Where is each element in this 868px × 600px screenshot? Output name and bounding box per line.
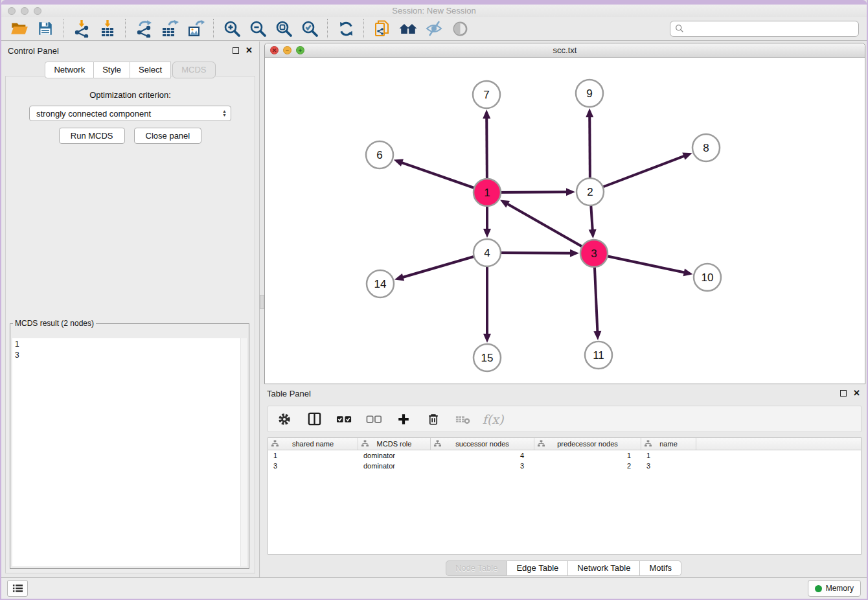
table-cell[interactable]: 1: [641, 450, 696, 461]
birdseye-view-icon[interactable]: [450, 19, 470, 38]
tab-mcds[interactable]: MCDS: [172, 62, 215, 78]
tab-motifs[interactable]: Motifs: [640, 560, 681, 576]
tab-node-table[interactable]: Node Table: [446, 560, 508, 576]
graph-node-4[interactable]: 4: [474, 239, 501, 266]
table-settings-icon[interactable]: [276, 411, 293, 428]
tab-network[interactable]: Network: [45, 62, 94, 78]
export-network-icon[interactable]: [134, 19, 154, 38]
table-cell[interactable]: 3: [641, 461, 696, 471]
network-close-icon[interactable]: ✕: [270, 46, 279, 54]
close-panel-button[interactable]: Close panel: [134, 128, 202, 144]
network-minimize-icon[interactable]: −: [283, 46, 291, 54]
column-header-shared-name[interactable]: shared name: [268, 438, 358, 450]
table-cell[interactable]: 3: [431, 461, 534, 471]
traffic-light-close[interactable]: [8, 7, 16, 15]
vertical-splitter-handle[interactable]: [260, 295, 264, 309]
column-header-MCDS-role[interactable]: MCDS role: [358, 438, 431, 450]
close-table-panel-icon[interactable]: ✕: [853, 390, 860, 397]
table-header-row: shared nameMCDS rolesuccessor nodesprede…: [268, 438, 861, 450]
table-cell[interactable]: 1: [268, 450, 358, 461]
graph-node-15[interactable]: 15: [474, 344, 501, 371]
memory-button[interactable]: Memory: [808, 580, 861, 597]
table-cell[interactable]: dominator: [358, 450, 431, 461]
mcds-result-group: MCDS result (2 nodes) 1 3: [10, 319, 249, 569]
tab-network-table[interactable]: Network Table: [568, 560, 640, 576]
tab-style[interactable]: Style: [94, 62, 130, 78]
float-panel-icon[interactable]: [233, 47, 239, 54]
select-all-checkboxes-icon[interactable]: [336, 411, 352, 428]
mcds-result-title: MCDS result (2 nodes): [13, 319, 96, 328]
network-maximize-icon[interactable]: +: [296, 46, 304, 54]
zoom-in-icon[interactable]: [222, 19, 242, 38]
toolbar-separator: [63, 19, 64, 38]
mcds-result-values: 1 3: [15, 339, 244, 361]
network-window-titlebar[interactable]: ✕ − + scc.txt: [265, 43, 865, 58]
graph-node-7[interactable]: 7: [473, 81, 500, 108]
table-cell[interactable]: 2: [534, 461, 641, 471]
tab-edge-table[interactable]: Edge Table: [507, 560, 568, 576]
home-layout-icon[interactable]: [398, 19, 418, 38]
table-row[interactable]: 3dominator323: [268, 461, 861, 471]
tab-select[interactable]: Select: [130, 62, 171, 78]
svg-text:10: 10: [702, 271, 714, 284]
mcds-result-textarea[interactable]: 1 3: [12, 338, 247, 566]
import-network-icon[interactable]: [72, 19, 91, 38]
delete-column-icon[interactable]: [455, 411, 472, 428]
graph-edge-3-1[interactable]: [507, 203, 594, 253]
traffic-light-zoom[interactable]: [34, 7, 41, 15]
table-cell[interactable]: 4: [431, 450, 534, 461]
column-header-predecessor-nodes[interactable]: predecessor nodes: [534, 438, 641, 450]
delete-rows-icon[interactable]: [425, 411, 442, 428]
network-graph[interactable]: 7968124314101511: [265, 57, 865, 384]
zoom-fit-icon[interactable]: [274, 19, 293, 38]
zoom-out-icon[interactable]: [248, 19, 268, 38]
graph-edge-2-8[interactable]: [590, 156, 685, 192]
save-session-icon[interactable]: [36, 19, 55, 38]
traffic-light-minimize[interactable]: [21, 7, 29, 15]
table-row[interactable]: 1dominator411: [268, 450, 861, 461]
split-columns-icon[interactable]: [306, 411, 323, 428]
column-header-name[interactable]: name: [641, 438, 696, 450]
duplicate-network-icon[interactable]: [372, 19, 392, 38]
graph-node-6[interactable]: 6: [366, 141, 393, 168]
graph-edge-arrowhead: [394, 159, 404, 167]
close-panel-icon[interactable]: ✕: [246, 47, 253, 54]
export-image-icon[interactable]: [186, 19, 205, 38]
add-row-icon[interactable]: [395, 411, 412, 428]
search-input[interactable]: [687, 21, 858, 36]
show-panels-button[interactable]: [7, 580, 28, 597]
main-toolbar: [1, 17, 867, 41]
graph-node-1[interactable]: 1: [474, 179, 501, 206]
optimization-criterion-label: Optimization criterion:: [6, 90, 255, 100]
import-table-icon[interactable]: [98, 19, 117, 38]
column-header-successor-nodes[interactable]: successor nodes: [431, 438, 534, 450]
table-cell[interactable]: 3: [268, 461, 358, 471]
graph-node-3[interactable]: 3: [580, 240, 608, 267]
zoom-selected-icon[interactable]: [300, 19, 319, 38]
graph-node-2[interactable]: 2: [577, 178, 604, 205]
deselect-all-checkboxes-icon[interactable]: [365, 411, 382, 428]
svg-text:3: 3: [591, 248, 597, 260]
search-box[interactable]: [670, 21, 859, 37]
run-mcds-button[interactable]: Run MCDS: [59, 128, 125, 144]
svg-text:1: 1: [484, 187, 490, 199]
graph-node-10[interactable]: 10: [694, 264, 721, 291]
open-file-icon[interactable]: [10, 19, 29, 38]
float-table-panel-icon[interactable]: [840, 390, 847, 397]
svg-text:14: 14: [374, 278, 387, 290]
graph-node-8[interactable]: 8: [692, 134, 720, 161]
table-cell[interactable]: dominator: [358, 461, 431, 471]
graph-node-11[interactable]: 11: [585, 341, 612, 369]
graph-node-9[interactable]: 9: [576, 80, 603, 107]
optimization-criterion-select[interactable]: strongly connected component ▲▼: [29, 106, 231, 121]
svg-text:6: 6: [376, 149, 382, 161]
function-builder-icon[interactable]: f(x): [485, 411, 501, 428]
table-cell[interactable]: 1: [534, 450, 641, 461]
memory-label: Memory: [826, 584, 854, 593]
export-table-icon[interactable]: [160, 19, 179, 38]
graph-node-14[interactable]: 14: [367, 270, 394, 297]
refresh-icon[interactable]: [336, 19, 356, 38]
hide-panel-icon[interactable]: [424, 19, 444, 38]
result-scrollbar[interactable]: [240, 338, 247, 566]
network-canvas[interactable]: 7968124314101511: [265, 57, 865, 384]
